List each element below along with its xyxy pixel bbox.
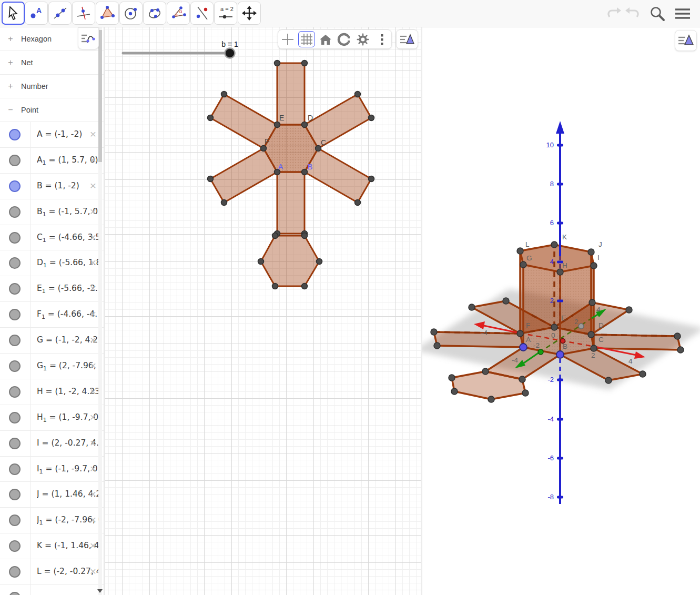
tool-reflection-button[interactable] bbox=[190, 2, 214, 25]
point[interactable] bbox=[469, 304, 475, 310]
point[interactable] bbox=[434, 342, 440, 349]
point[interactable] bbox=[588, 331, 594, 338]
axes-toggle-button[interactable] bbox=[279, 31, 296, 47]
delete-row-button[interactable]: × bbox=[90, 566, 96, 577]
visibility-toggle[interactable] bbox=[9, 386, 21, 398]
graphics3d-stylebar-expand[interactable] bbox=[675, 30, 697, 51]
redo-button[interactable] bbox=[624, 4, 643, 23]
algebra-group-number[interactable]: +Number bbox=[0, 75, 104, 98]
algebra-group-point[interactable]: −Point bbox=[0, 98, 104, 122]
point[interactable] bbox=[316, 146, 321, 152]
delete-row-button[interactable]: × bbox=[90, 180, 96, 191]
delete-row-button[interactable]: × bbox=[90, 386, 96, 397]
algebra-row[interactable]: G1 = (2, -7.96, 0)× bbox=[0, 354, 104, 379]
group-toggle-icon[interactable]: + bbox=[6, 34, 15, 44]
tool-line-button[interactable] bbox=[48, 2, 72, 25]
delete-row-button[interactable]: × bbox=[90, 334, 96, 345]
delete-row-button[interactable]: × bbox=[90, 463, 96, 474]
point[interactable] bbox=[551, 324, 557, 330]
point[interactable] bbox=[258, 259, 264, 265]
algebra-row[interactable]: J = (1, 1.46, 4.23)× bbox=[0, 482, 104, 508]
algebra-stylebar-button[interactable] bbox=[78, 27, 99, 49]
algebra-row[interactable]: B = (1, -2)× bbox=[0, 174, 104, 199]
algebra-row[interactable]: E1 = (-5.66, -2.38, 0)× bbox=[0, 276, 104, 302]
point[interactable] bbox=[640, 371, 646, 377]
point[interactable] bbox=[275, 122, 280, 128]
point[interactable] bbox=[674, 333, 681, 339]
algebra-row[interactable]: C1 = (-4.66, 3.58, 0)× bbox=[0, 225, 104, 251]
net-flap-upper-right[interactable] bbox=[305, 94, 371, 148]
tool-move-view-button[interactable] bbox=[238, 2, 261, 25]
point[interactable] bbox=[589, 299, 595, 306]
point[interactable] bbox=[591, 263, 597, 269]
delete-row-button[interactable]: × bbox=[90, 437, 96, 448]
point[interactable] bbox=[317, 259, 322, 265]
point[interactable] bbox=[272, 284, 278, 289]
point[interactable] bbox=[431, 329, 437, 335]
point[interactable] bbox=[369, 115, 374, 121]
flap3d-right-bar[interactable] bbox=[591, 335, 681, 350]
point[interactable] bbox=[519, 376, 525, 382]
point[interactable] bbox=[369, 176, 374, 182]
visibility-toggle[interactable] bbox=[9, 566, 21, 578]
point[interactable] bbox=[451, 388, 458, 395]
algebra-row[interactable]: F1 = (-4.66, -4.12, 0)× bbox=[0, 302, 104, 328]
settings-button[interactable] bbox=[354, 31, 371, 47]
tool-perpendicular-button[interactable] bbox=[72, 2, 95, 25]
home-view-button[interactable] bbox=[317, 31, 334, 47]
point[interactable] bbox=[557, 269, 563, 275]
point[interactable] bbox=[517, 248, 523, 254]
algebra-row[interactable]: B1 = (-1, 5.7, 0)× bbox=[0, 199, 104, 225]
net-flap-lower-left[interactable] bbox=[210, 148, 277, 203]
visibility-toggle[interactable] bbox=[9, 360, 21, 372]
visibility-toggle[interactable] bbox=[9, 335, 21, 346]
net-flap-bottom[interactable] bbox=[277, 172, 305, 234]
algebra-row[interactable]: J1 = (-2, -7.96, 0)× bbox=[0, 508, 104, 533]
point[interactable] bbox=[355, 200, 361, 206]
sidebar-scrollbar-thumb[interactable] bbox=[98, 30, 102, 162]
visibility-toggle[interactable] bbox=[9, 412, 21, 423]
visibility-toggle[interactable] bbox=[9, 257, 21, 269]
point[interactable] bbox=[272, 233, 278, 239]
tool-ellipse-button[interactable] bbox=[143, 2, 166, 25]
group-toggle-icon[interactable]: + bbox=[6, 82, 15, 91]
algebra-group-net[interactable]: +Net bbox=[0, 51, 104, 75]
delete-row-button[interactable]: × bbox=[90, 128, 96, 139]
point[interactable] bbox=[221, 92, 227, 97]
visibility-toggle[interactable] bbox=[9, 489, 21, 500]
slider-knob[interactable] bbox=[225, 48, 235, 58]
visibility-toggle[interactable] bbox=[9, 540, 21, 552]
algebra-row[interactable]: I = (2, -0.27, 4.23)× bbox=[0, 431, 104, 457]
point[interactable] bbox=[302, 60, 308, 66]
visibility-toggle[interactable] bbox=[9, 463, 21, 475]
visibility-toggle[interactable] bbox=[9, 515, 21, 526]
delete-row-button[interactable]: × bbox=[90, 257, 96, 268]
tool-move-button[interactable] bbox=[2, 2, 25, 25]
tool-circle-button[interactable] bbox=[119, 2, 143, 25]
point[interactable] bbox=[551, 241, 557, 248]
point[interactable] bbox=[355, 92, 361, 97]
undo-button[interactable] bbox=[604, 4, 623, 23]
group-toggle-icon[interactable]: + bbox=[6, 58, 15, 67]
tool-slider-button[interactable]: a = 2 bbox=[214, 2, 237, 25]
delete-row-button[interactable]: × bbox=[90, 283, 96, 294]
delete-row-button[interactable]: × bbox=[90, 360, 96, 371]
point[interactable] bbox=[488, 396, 494, 402]
point[interactable] bbox=[449, 375, 455, 381]
sidebar-scroll-down-arrow[interactable] bbox=[97, 589, 103, 593]
point[interactable] bbox=[302, 122, 308, 128]
search-button[interactable] bbox=[648, 4, 667, 23]
point[interactable] bbox=[221, 200, 227, 206]
point[interactable] bbox=[208, 115, 214, 121]
visibility-toggle[interactable] bbox=[9, 180, 21, 192]
tool-polygon-button[interactable] bbox=[96, 2, 119, 25]
point[interactable] bbox=[302, 284, 308, 289]
algebra-row[interactable]: H1 = (1, -9.7, 0)× bbox=[0, 405, 104, 431]
visibility-toggle[interactable] bbox=[9, 129, 21, 140]
delete-row-button[interactable]: × bbox=[90, 488, 96, 499]
point[interactable] bbox=[677, 347, 684, 353]
delete-row-button[interactable]: × bbox=[90, 308, 96, 319]
algebra-row[interactable]: A1 = (1, 5.7, 0)× bbox=[0, 148, 104, 174]
algebra-row[interactable]: A = (-1, -2)× bbox=[0, 122, 104, 148]
point[interactable] bbox=[591, 345, 597, 351]
